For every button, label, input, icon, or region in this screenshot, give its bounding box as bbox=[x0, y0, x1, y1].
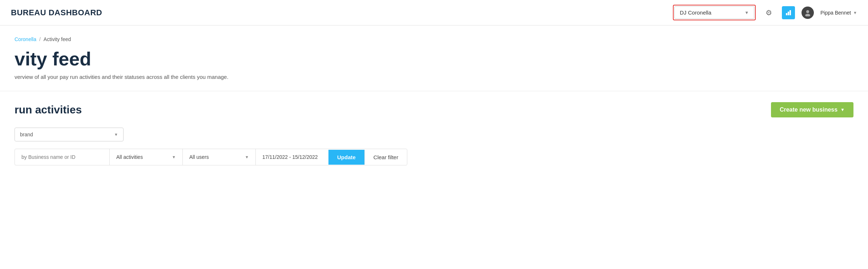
create-business-button[interactable]: Create new business ▼ bbox=[771, 102, 853, 117]
svg-point-3 bbox=[806, 10, 809, 13]
create-business-label: Create new business bbox=[780, 107, 837, 113]
gear-icon: ⚙ bbox=[766, 8, 772, 17]
section-title: run activities bbox=[15, 104, 82, 116]
page-title: vity feed bbox=[15, 49, 853, 69]
logo: BUREAU DASHBOARD bbox=[11, 8, 102, 17]
update-label: Update bbox=[337, 154, 356, 160]
bureau-selector-value: DJ Coronella bbox=[680, 9, 711, 16]
header: BUREAU DASHBOARD DJ Coronella ▼ ⚙ Pip bbox=[0, 0, 868, 25]
filter-row: All activities ▼ All users ▼ 17/11/2022 … bbox=[15, 149, 407, 165]
bureau-selector-chevron: ▼ bbox=[744, 10, 749, 15]
user-name: Pippa Bennet bbox=[820, 10, 851, 16]
activities-selector[interactable]: All activities ▼ bbox=[110, 150, 182, 164]
date-range-display: 17/11/2022 - 15/12/2022 bbox=[256, 150, 328, 164]
brand-select-row: brand ▼ bbox=[15, 128, 853, 141]
user-chevron-icon: ▼ bbox=[853, 11, 857, 15]
svg-rect-0 bbox=[786, 13, 787, 15]
section-header: run activities Create new business ▼ bbox=[15, 102, 853, 117]
user-icon bbox=[804, 9, 811, 16]
activities-chevron-icon: ▼ bbox=[172, 155, 176, 159]
svg-rect-2 bbox=[790, 10, 791, 15]
breadcrumb: Coronella / Activity feed bbox=[15, 36, 853, 42]
header-right: DJ Coronella ▼ ⚙ Pippa Bennet ▼ bbox=[673, 5, 857, 20]
clear-filter-button[interactable]: Clear filter bbox=[364, 150, 407, 165]
bureau-select-wrapper: DJ Coronella ▼ bbox=[673, 5, 756, 20]
breadcrumb-current: Activity feed bbox=[44, 36, 71, 42]
breadcrumb-separator: / bbox=[39, 36, 41, 42]
svg-rect-1 bbox=[788, 12, 789, 15]
brand-selector[interactable]: brand ▼ bbox=[15, 128, 124, 141]
breadcrumb-link[interactable]: Coronella bbox=[15, 36, 36, 42]
avatar bbox=[802, 7, 814, 19]
users-chevron-icon: ▼ bbox=[245, 155, 249, 159]
main-content: Coronella / Activity feed vity feed verv… bbox=[0, 25, 868, 269]
brand-selector-value: brand bbox=[20, 132, 33, 137]
user-menu[interactable]: Pippa Bennet ▼ bbox=[820, 10, 857, 16]
users-value: All users bbox=[189, 154, 209, 160]
create-business-arrow: ▼ bbox=[840, 107, 845, 112]
update-button[interactable]: Update bbox=[328, 150, 364, 165]
filter-section: brand ▼ All activities ▼ All users ▼ 17/… bbox=[15, 128, 853, 165]
users-selector[interactable]: All users ▼ bbox=[183, 150, 255, 164]
chart-button[interactable] bbox=[782, 6, 795, 19]
brand-chevron-icon: ▼ bbox=[114, 132, 118, 137]
clear-filter-label: Clear filter bbox=[374, 154, 398, 160]
svg-point-4 bbox=[805, 14, 810, 16]
search-input[interactable] bbox=[15, 150, 109, 164]
settings-button[interactable]: ⚙ bbox=[762, 6, 775, 19]
activities-value: All activities bbox=[116, 154, 143, 160]
page-subtitle: verview of all your pay run activities a… bbox=[15, 74, 853, 80]
section-divider bbox=[0, 91, 868, 91]
bureau-selector[interactable]: DJ Coronella ▼ bbox=[674, 6, 754, 19]
chart-icon bbox=[785, 9, 792, 16]
